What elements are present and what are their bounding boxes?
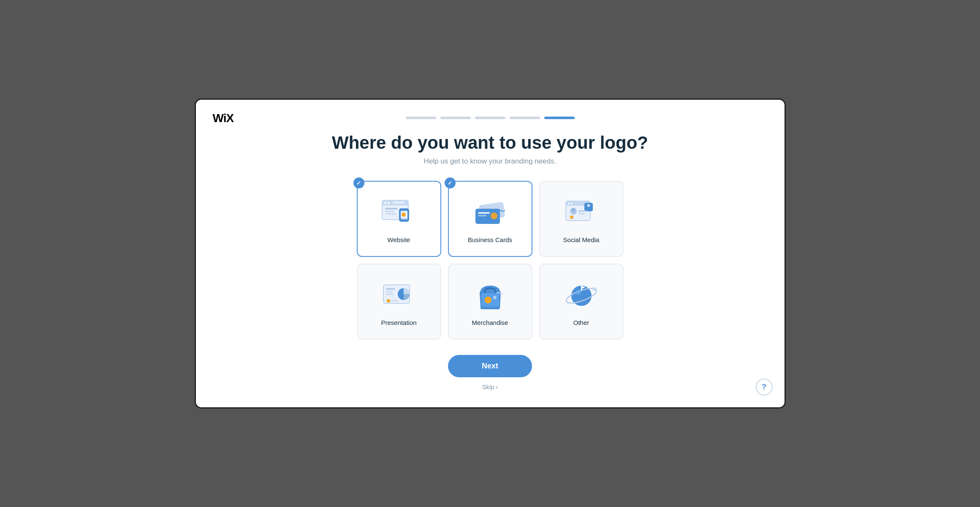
other-icon — [560, 278, 603, 316]
progress-step-1 — [406, 117, 436, 119]
svg-rect-4 — [393, 202, 404, 204]
svg-rect-7 — [385, 213, 396, 215]
svg-rect-6 — [385, 211, 394, 212]
skip-link[interactable]: Skip › — [482, 383, 498, 390]
social-media-icon — [560, 195, 603, 233]
page-subtitle: Help us get to know your branding needs. — [424, 157, 557, 166]
next-button[interactable]: Next — [448, 355, 532, 377]
progress-bar — [406, 117, 575, 119]
svg-rect-33 — [391, 300, 398, 301]
svg-rect-5 — [385, 208, 398, 210]
progress-step-4 — [510, 117, 540, 119]
presentation-label: Presentation — [381, 319, 416, 326]
option-presentation[interactable]: Presentation — [357, 264, 441, 340]
progress-step-3 — [475, 117, 505, 119]
option-social-media[interactable]: Social Media — [539, 181, 624, 257]
svg-rect-14 — [478, 212, 490, 214]
business-cards-label: Business Cards — [468, 236, 512, 243]
logo-text: WiX — [213, 112, 234, 125]
page-title: Where do you want to use your logo? — [332, 133, 648, 153]
skip-label: Skip — [482, 383, 494, 390]
option-website[interactable]: ✓ — [357, 181, 441, 257]
option-other[interactable]: Other — [539, 264, 624, 340]
svg-rect-30 — [386, 294, 394, 295]
help-button[interactable]: ? — [756, 379, 773, 395]
check-badge-business-cards: ✓ — [445, 177, 456, 188]
check-badge-website: ✓ — [353, 177, 364, 188]
other-label: Other — [573, 319, 589, 326]
website-icon — [378, 195, 420, 233]
progress-step-2 — [440, 117, 471, 119]
svg-point-40 — [592, 287, 596, 291]
svg-point-36 — [493, 296, 497, 299]
svg-point-2 — [384, 202, 386, 204]
svg-point-10 — [402, 213, 406, 217]
svg-point-20 — [571, 203, 573, 204]
wix-logo: WiX — [213, 112, 234, 125]
option-merchandise[interactable]: Merchandise — [448, 264, 532, 340]
svg-point-26 — [570, 215, 573, 219]
business-cards-icon — [469, 195, 511, 233]
progress-step-5 — [544, 117, 575, 119]
option-business-cards[interactable]: ✓ Business Cards — [448, 181, 532, 257]
svg-point-35 — [485, 297, 491, 303]
svg-rect-24 — [578, 210, 587, 212]
chevron-right-icon: › — [496, 383, 498, 390]
svg-point-22 — [572, 208, 575, 212]
svg-point-19 — [568, 203, 570, 204]
merchandise-label: Merchandise — [472, 319, 508, 326]
website-label: Website — [388, 236, 410, 243]
svg-point-39 — [576, 290, 581, 295]
options-grid: ✓ — [357, 181, 624, 340]
svg-rect-29 — [386, 291, 393, 292]
svg-point-3 — [388, 202, 390, 204]
merchandise-icon — [469, 278, 511, 316]
svg-point-32 — [387, 299, 390, 303]
svg-rect-28 — [386, 288, 395, 290]
svg-point-16 — [491, 213, 497, 219]
main-screen: WiX Where do you want to use your logo? … — [195, 98, 786, 409]
social-media-label: Social Media — [563, 236, 600, 243]
presentation-icon — [378, 278, 420, 316]
svg-rect-11 — [401, 218, 408, 220]
svg-rect-15 — [478, 215, 486, 216]
svg-rect-25 — [578, 213, 585, 214]
